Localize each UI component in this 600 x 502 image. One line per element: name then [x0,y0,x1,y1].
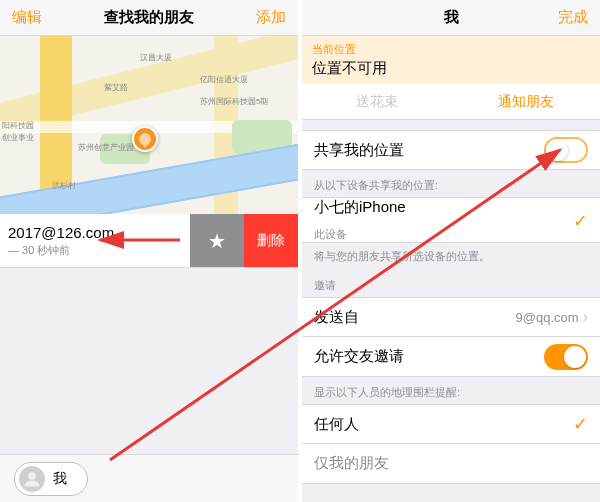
nav-title: 查找我的朋友 [48,8,250,27]
friend-row[interactable]: 2017@126.com — 30 秒钟前 ★ 删除 [0,214,298,268]
anyone-label: 任何人 [314,415,573,434]
delete-button[interactable]: 删除 [244,214,298,267]
map-label: 紫艾路 [104,82,128,93]
me-tab[interactable]: 我 [14,462,88,496]
device-name: 小七的iPhone [314,198,406,227]
share-location-row[interactable]: 共享我的位置 [302,130,600,170]
favorite-button[interactable]: ★ [190,214,244,267]
map-label: 阳科技园 [2,120,34,131]
map-label: 洪杉村 [52,180,76,191]
nav-bar-left: 编辑 查找我的朋友 添加 [0,0,298,36]
friend-pin-icon[interactable] [132,126,158,152]
send-flowers-tab[interactable]: 送花束 [302,84,451,119]
allow-invite-toggle[interactable] [544,344,588,370]
notify-friends-tab[interactable]: 通知朋友 [451,84,600,119]
map-label: 苏州创意产业园 [78,142,134,153]
geofence-section-header: 显示以下人员的地理围栏提醒: [302,377,600,404]
send-from-label: 发送自 [314,308,516,327]
allow-invite-label: 允许交友邀请 [314,347,544,366]
device-section-header: 从以下设备共享我的位置: [302,170,600,197]
friends-only-row[interactable]: 仅我的朋友 [302,444,600,484]
friend-email: 2017@126.com [8,224,190,241]
friends-only-label: 仅我的朋友 [314,454,588,473]
device-sub: 此设备 [314,227,347,242]
edit-button[interactable]: 编辑 [12,8,48,27]
banner-subtitle: 位置不可用 [312,59,590,78]
share-location-label: 共享我的位置 [314,141,544,160]
avatar-icon [19,466,45,492]
me-label: 我 [53,470,67,488]
chevron-right-icon: › [583,308,588,326]
map-view[interactable]: 汉昌大厦 紫艾路 亿阳信通大厦 苏州国际科技园5期 阳科技园 创业事业 苏州创意… [0,36,298,214]
nav-title: 我 [350,8,552,27]
map-label: 苏州国际科技园5期 [200,96,268,107]
map-label: 汉昌大厦 [140,52,172,63]
send-from-value: 9@qq.com [516,310,579,325]
send-from-row[interactable]: 发送自 9@qq.com › [302,297,600,337]
bottom-bar: 我 [0,454,298,502]
friend-timestamp: — 30 秒钟前 [8,243,190,258]
check-icon: ✓ [573,210,588,232]
map-label: 创业事业 [2,132,34,143]
device-note: 将与您的朋友共享所选设备的位置。 [302,243,600,270]
add-button[interactable]: 添加 [250,8,286,27]
location-banner: 当前位置 位置不可用 [302,36,600,84]
check-icon: ✓ [573,413,588,435]
share-location-toggle[interactable] [544,137,588,163]
star-icon: ★ [208,229,226,253]
invite-section-header: 邀请 [302,270,600,297]
nav-bar-right: 我 完成 [302,0,600,36]
banner-title: 当前位置 [312,42,590,57]
allow-invite-row[interactable]: 允许交友邀请 [302,337,600,377]
map-label: 亿阳信通大厦 [200,74,248,85]
anyone-row[interactable]: 任何人 ✓ [302,404,600,444]
done-button[interactable]: 完成 [552,8,588,27]
sub-nav: 送花束 通知朋友 [302,84,600,120]
device-row[interactable]: 小七的iPhone 此设备 ✓ [302,197,600,243]
svg-point-0 [28,472,36,480]
